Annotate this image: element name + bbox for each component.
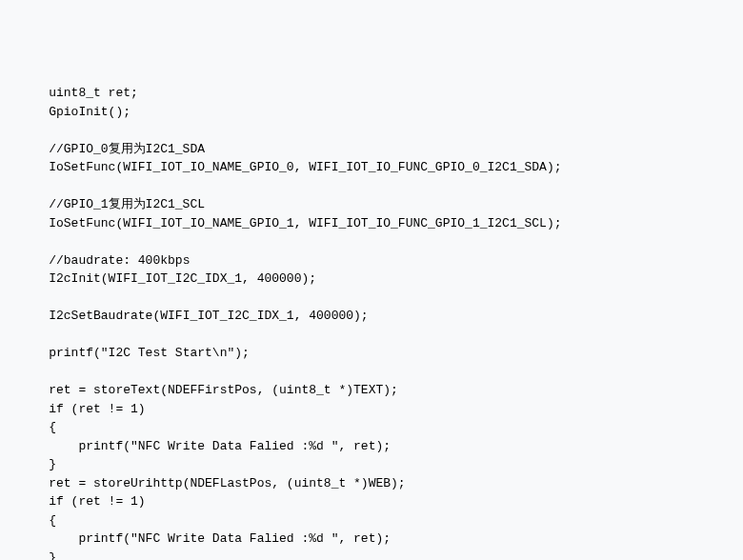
- code-block: uint8_t ret; GpioInit(); //GPIO_0复用为I2C1…: [19, 84, 724, 560]
